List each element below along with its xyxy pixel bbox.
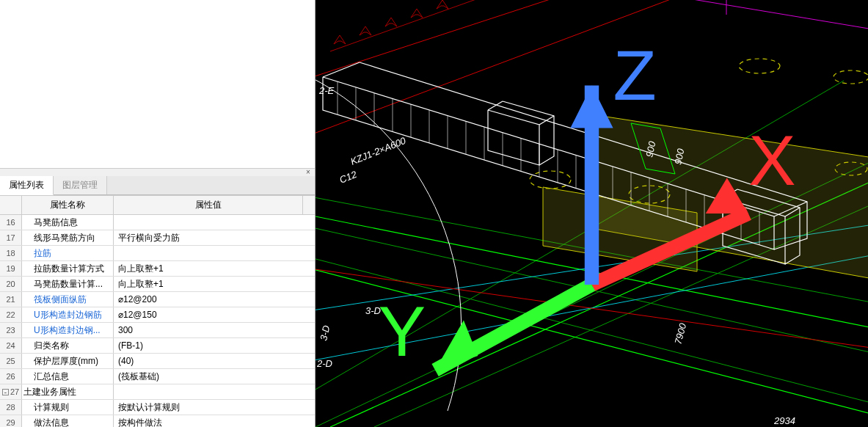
table-row[interactable]: 28计算规则按默认计算规则 (0, 400, 315, 415)
property-name-cell[interactable]: 筏板侧面纵筋 (22, 292, 114, 307)
property-name: 土建业务属性 (23, 386, 76, 398)
svg-line-14 (609, 0, 868, 29)
table-row[interactable]: -27土建业务属性 (0, 384, 315, 400)
svg-line-2 (316, 249, 868, 411)
upper-blank-area (0, 0, 315, 169)
property-name-cell[interactable]: 归类名称 (22, 338, 114, 353)
row-number: 25 (0, 354, 22, 368)
property-value-cell[interactable]: ⌀12@150 (114, 307, 315, 322)
property-name-cell[interactable]: 拉筋 (22, 246, 114, 260)
panel-header: × (0, 169, 315, 176)
row-number: 23 (0, 323, 22, 337)
svg-text:2934: 2934 (773, 415, 795, 426)
grid-header: 属性名称 属性值 (0, 196, 315, 215)
svg-text:3-D: 3-D (318, 324, 332, 342)
property-name: 归类名称 (34, 340, 69, 352)
row-number: 19 (0, 261, 22, 276)
property-value-cell[interactable]: (筏板基础) (114, 369, 315, 384)
property-value-cell[interactable]: 向上取整+1 (114, 261, 315, 276)
property-name-cell[interactable]: 马凳筋数量计算... (22, 277, 114, 291)
property-name-cell[interactable]: 线形马凳筋方向 (22, 230, 114, 245)
svg-line-27 (539, 116, 554, 125)
close-icon[interactable]: × (303, 169, 313, 176)
property-name-cell[interactable]: U形构造封边钢... (22, 323, 114, 337)
property-value-cell[interactable]: 按默认计算规则 (114, 400, 315, 415)
row-number: 28 (0, 400, 22, 415)
property-value-cell[interactable] (114, 215, 315, 230)
property-name: 计算规则 (34, 401, 69, 414)
col-header-name[interactable]: 属性名称 (22, 196, 114, 214)
row-number: 17 (0, 230, 22, 245)
property-name: 汇总信息 (34, 371, 69, 383)
property-name-cell[interactable]: 计算规则 (22, 400, 114, 415)
tabs: 属性列表 图层管理 (0, 176, 315, 195)
property-name: 做法信息 (34, 417, 69, 428)
property-name: 线形马凳筋方向 (34, 232, 95, 244)
table-row[interactable]: 23U形构造封边钢...300 (0, 323, 315, 338)
table-row[interactable]: 20马凳筋数量计算...向上取整+1 (0, 277, 315, 292)
property-value-cell[interactable] (114, 384, 315, 399)
property-value-cell[interactable]: 向上取整+1 (114, 277, 315, 291)
row-number: 22 (0, 307, 22, 322)
property-value-cell[interactable] (114, 246, 315, 260)
property-value-cell[interactable]: 300 (114, 323, 315, 337)
expand-icon[interactable]: - (2, 389, 9, 395)
row-number: 29 (0, 415, 22, 427)
table-row[interactable]: 25保护层厚度(mm)(40) (0, 354, 315, 369)
property-value-cell[interactable]: 平行横向受力筋 (114, 230, 315, 245)
svg-point-21 (739, 59, 780, 73)
property-value-cell[interactable]: (FB-1) (114, 338, 315, 353)
property-name-cell[interactable]: 马凳筋信息 (22, 215, 114, 230)
svg-line-26 (488, 101, 503, 110)
table-row[interactable]: 19拉筋数量计算方式向上取整+1 (0, 261, 315, 277)
svg-text:3-D: 3-D (365, 305, 381, 316)
table-row[interactable]: 29做法信息按构件做法 (0, 415, 315, 427)
svg-point-19 (530, 171, 571, 189)
left-panel: × 属性列表 图层管理 属性名称 属性值 16马凳筋信息17线形马凳筋方向平行横… (0, 0, 316, 427)
svg-text:2-D: 2-D (316, 358, 332, 369)
property-name: 保护层厚度(mm) (34, 355, 98, 368)
property-grid[interactable]: 属性名称 属性值 16马凳筋信息17线形马凳筋方向平行横向受力筋18拉筋19拉筋… (0, 195, 315, 427)
row-number: -27 (0, 384, 22, 399)
property-name: 马凳筋信息 (34, 216, 78, 229)
property-name-cell[interactable]: 做法信息 (22, 415, 114, 427)
property-name: 筏板侧面纵筋 (34, 293, 87, 306)
table-row[interactable]: 16马凳筋信息 (0, 215, 315, 230)
property-name-cell[interactable]: 保护层厚度(mm) (22, 354, 114, 368)
tab-properties[interactable]: 属性列表 (0, 176, 54, 195)
table-row[interactable]: 26汇总信息(筏板基础) (0, 369, 315, 384)
tab-layers[interactable]: 图层管理 (54, 176, 107, 194)
property-name: 拉筋数量计算方式 (34, 263, 104, 275)
row-number: 20 (0, 277, 22, 291)
table-row[interactable]: 17线形马凳筋方向平行横向受力筋 (0, 230, 315, 246)
row-number: 16 (0, 215, 22, 230)
svg-point-22 (834, 70, 868, 84)
property-name-cell[interactable]: 汇总信息 (22, 369, 114, 384)
cad-drawing: KZJ1-2×A600 C12 2-E 3-D 3-D 2-D 900 900 … (316, 0, 868, 427)
property-name: 拉筋 (34, 247, 51, 260)
property-name-cell[interactable]: U形构造封边钢筋 (22, 307, 114, 322)
svg-text:KZJ1-2×A600: KZJ1-2×A600 (349, 135, 408, 167)
svg-line-12 (316, 264, 868, 352)
property-value-cell[interactable]: 按构件做法 (114, 415, 315, 427)
cad-viewport[interactable]: KZJ1-2×A600 C12 2-E 3-D 3-D 2-D 900 900 … (316, 0, 868, 427)
col-header-value[interactable]: 属性值 (114, 196, 303, 214)
property-name: 马凳筋数量计算... (34, 278, 103, 291)
table-row[interactable]: 24归类名称(FB-1) (0, 338, 315, 354)
property-name-cell[interactable]: 土建业务属性 (22, 384, 114, 399)
property-value-cell[interactable]: ⌀12@200 (114, 292, 315, 307)
table-row[interactable]: 21筏板侧面纵筋⌀12@200 (0, 292, 315, 307)
svg-text:7900: 7900 (672, 321, 688, 346)
svg-line-24 (323, 62, 360, 77)
svg-text:C12: C12 (338, 169, 359, 186)
table-row[interactable]: 18拉筋 (0, 246, 315, 261)
table-row[interactable]: 22U形构造封边钢筋⌀12@150 (0, 307, 315, 323)
row-number: 26 (0, 369, 22, 384)
svg-line-13 (316, 0, 682, 88)
row-number: 18 (0, 246, 22, 260)
property-name-cell[interactable]: 拉筋数量计算方式 (22, 261, 114, 276)
svg-text:2-E: 2-E (318, 85, 335, 96)
property-name: U形构造封边钢筋 (34, 309, 102, 321)
row-number: 21 (0, 292, 22, 307)
property-value-cell[interactable]: (40) (114, 354, 315, 368)
